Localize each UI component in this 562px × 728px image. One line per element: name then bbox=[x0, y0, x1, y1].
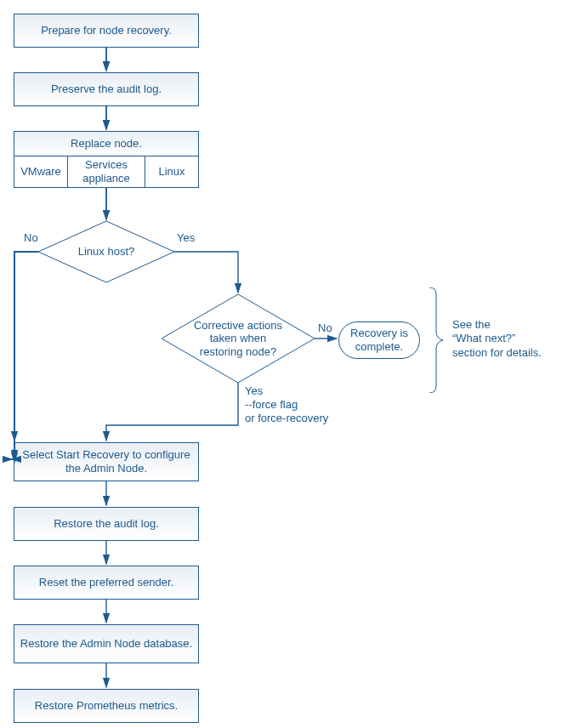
step-restore-audit-label: Restore the audit log. bbox=[54, 517, 159, 531]
replace-opt-linux: Linux bbox=[145, 156, 199, 188]
replace-opt-vmware: VMware bbox=[14, 156, 68, 188]
step-restore-prom-label: Restore Prometheus metrics. bbox=[35, 699, 178, 713]
step-restore-audit: Restore the audit log. bbox=[14, 507, 199, 541]
step-reset-sender-label: Reset the preferred sender. bbox=[39, 576, 173, 589]
note-label: See the “What next?” section for details… bbox=[452, 318, 542, 360]
force-flag-label: --force flag or force-recovery bbox=[245, 398, 328, 426]
step-restore-db: Restore the Admin Node database. bbox=[14, 624, 199, 663]
decision-linux-host-label: Linux host? bbox=[78, 245, 135, 259]
corrective-no-label: No bbox=[318, 321, 332, 335]
terminator-complete: Recovery is complete. bbox=[338, 321, 420, 359]
linux-yes-label: Yes bbox=[177, 231, 195, 245]
step-preserve: Preserve the audit log. bbox=[14, 72, 199, 106]
replace-opt-services: Services appliance bbox=[67, 156, 145, 188]
step-prepare-label: Prepare for node recovery. bbox=[41, 24, 172, 37]
step-start-recovery-label: Select Start Recovery to configure the A… bbox=[20, 448, 193, 476]
terminator-complete-label: Recovery is complete. bbox=[346, 327, 412, 353]
step-restore-prom: Restore Prometheus metrics. bbox=[14, 689, 199, 723]
replace-opt-linux-label: Linux bbox=[158, 165, 184, 179]
note-bracket-icon bbox=[429, 287, 446, 393]
step-replace-header-label: Replace node. bbox=[71, 137, 142, 151]
step-preserve-label: Preserve the audit log. bbox=[51, 82, 162, 96]
step-replace-header: Replace node. bbox=[14, 131, 199, 156]
step-start-recovery: Select Start Recovery to configure the A… bbox=[14, 442, 199, 481]
linux-no-label: No bbox=[24, 231, 38, 245]
step-restore-db-label: Restore the Admin Node database. bbox=[20, 637, 192, 651]
step-prepare: Prepare for node recovery. bbox=[14, 14, 199, 48]
corrective-yes-label: Yes bbox=[245, 384, 263, 398]
replace-opt-vmware-label: VMware bbox=[20, 165, 61, 179]
step-reset-sender: Reset the preferred sender. bbox=[14, 566, 199, 600]
decision-corrective-label: Corrective actions taken when restoring … bbox=[187, 319, 289, 359]
replace-opt-services-label: Services appliance bbox=[68, 158, 145, 185]
